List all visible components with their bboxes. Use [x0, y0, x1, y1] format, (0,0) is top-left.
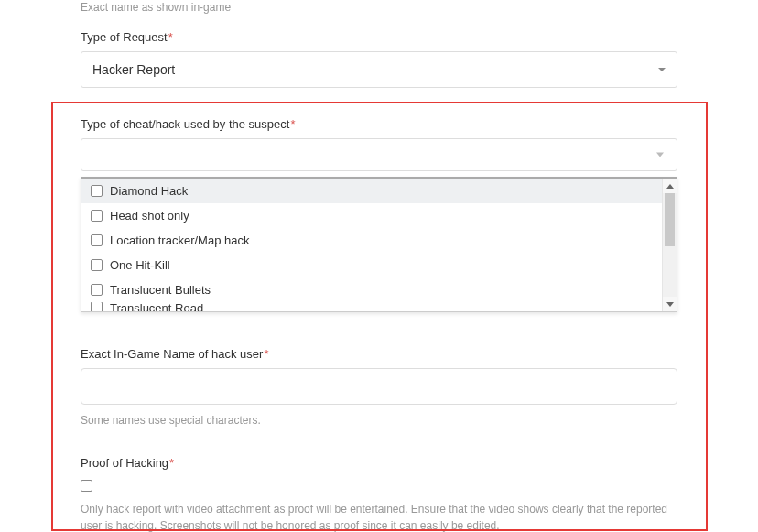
- checkbox-icon: [91, 284, 103, 296]
- triangle-up-icon: [666, 184, 674, 189]
- proof-section: Proof of Hacking* Only hack report with …: [81, 456, 677, 532]
- ingame-name-section: Exact In-Game Name of hack user* Some na…: [81, 347, 677, 427]
- option-label: Diamond Hack: [110, 184, 188, 198]
- dropdown-option-translucent-road[interactable]: Translucent Road: [81, 302, 662, 311]
- dropdown-option-head-shot-only[interactable]: Head shot only: [81, 203, 662, 228]
- dropdown-option-translucent-bullets[interactable]: Translucent Bullets: [81, 277, 662, 302]
- scroll-down-button[interactable]: [663, 297, 677, 311]
- cheat-type-label: Type of cheat/hack used by the suspect*: [81, 117, 677, 131]
- checkbox-icon: [91, 185, 103, 197]
- checkbox-icon: [91, 259, 103, 271]
- chevron-down-icon: [658, 68, 666, 71]
- proof-helper-text: Only hack report with video attachment a…: [81, 501, 677, 532]
- dropdown-list: Diamond Hack Head shot only Location tra…: [81, 179, 662, 311]
- ingame-name-label: Exact In-Game Name of hack user*: [81, 347, 677, 361]
- select-value: Hacker Report: [92, 62, 175, 77]
- dropdown-option-one-hit-kill[interactable]: One Hit-Kill: [81, 253, 662, 277]
- label-text: Type of cheat/hack used by the suspect: [81, 117, 289, 131]
- option-label: Translucent Bullets: [110, 283, 211, 297]
- required-asterisk: *: [264, 347, 268, 361]
- scrollbar[interactable]: [662, 179, 677, 311]
- dropdown-option-location-tracker[interactable]: Location tracker/Map hack: [81, 228, 662, 253]
- scroll-thumb[interactable]: [665, 193, 675, 246]
- ingame-name-input[interactable]: [81, 368, 677, 405]
- required-asterisk: *: [168, 30, 173, 44]
- type-of-request-section: Type of Request* Hacker Report: [81, 30, 677, 88]
- option-label: One Hit-Kill: [110, 258, 170, 272]
- required-asterisk: *: [290, 117, 295, 131]
- proof-checkbox[interactable]: [81, 480, 92, 492]
- required-asterisk: *: [169, 456, 174, 470]
- triangle-down-icon: [666, 302, 674, 307]
- cheat-type-section: Type of cheat/hack used by the suspect* …: [81, 117, 677, 312]
- option-label: Translucent Road: [110, 302, 203, 311]
- dropdown-option-diamond-hack[interactable]: Diamond Hack: [81, 179, 662, 203]
- cheat-type-select[interactable]: [81, 138, 677, 171]
- option-label: Head shot only: [110, 209, 190, 223]
- option-label: Location tracker/Map hack: [110, 233, 249, 247]
- type-of-request-label: Type of Request*: [81, 30, 677, 44]
- checkbox-icon: [91, 302, 103, 311]
- label-text: Type of Request: [81, 30, 168, 44]
- scroll-up-button[interactable]: [663, 179, 677, 193]
- checkbox-icon: [91, 210, 103, 222]
- proof-label: Proof of Hacking*: [81, 456, 677, 470]
- label-text: Exact In-Game Name of hack user: [81, 347, 263, 361]
- chevron-down-icon: [656, 153, 664, 157]
- type-of-request-select[interactable]: Hacker Report: [81, 51, 677, 88]
- ingame-name-helper: Some names use special characters.: [81, 414, 677, 427]
- cheat-type-dropdown: Diamond Hack Head shot only Location tra…: [81, 177, 677, 312]
- checkbox-icon: [91, 234, 103, 246]
- name-helper-text: Exact name as shown in-game: [81, 0, 677, 14]
- label-text: Proof of Hacking: [81, 456, 168, 470]
- scroll-track[interactable]: [663, 193, 677, 297]
